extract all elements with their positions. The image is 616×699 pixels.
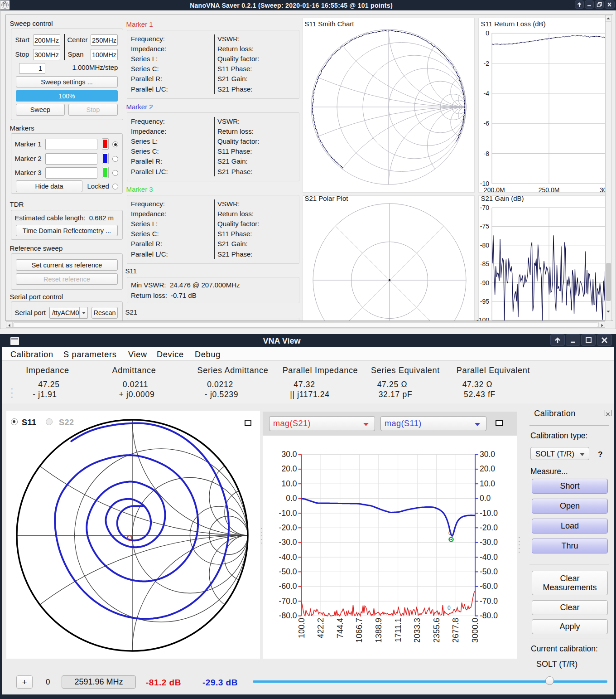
svg-text:-70.0: -70.0 bbox=[279, 597, 297, 606]
svg-text:0.0: 0.0 bbox=[286, 494, 297, 503]
svg-text:20.0: 20.0 bbox=[281, 464, 297, 473]
svg-text:1388.9: 1388.9 bbox=[374, 618, 383, 643]
svg-text:-4: -4 bbox=[484, 90, 490, 97]
svg-text:-6: -6 bbox=[484, 120, 490, 127]
svg-text:100.0: 100.0 bbox=[297, 618, 306, 638]
svg-text:-50.0: -50.0 bbox=[480, 567, 498, 576]
svg-text:-30.0: -30.0 bbox=[279, 538, 297, 547]
svg-text:10.0: 10.0 bbox=[480, 479, 495, 488]
svg-text:10.0: 10.0 bbox=[281, 479, 297, 488]
svg-text:-8: -8 bbox=[484, 150, 490, 157]
svg-text:-80.0: -80.0 bbox=[279, 611, 297, 620]
svg-text:-100: -100 bbox=[476, 316, 489, 321]
svg-text:-2: -2 bbox=[484, 60, 490, 67]
svg-text:1066.7: 1066.7 bbox=[355, 618, 364, 643]
svg-text:-95: -95 bbox=[480, 298, 489, 305]
svg-text:-60.0: -60.0 bbox=[279, 582, 297, 591]
svg-text:1711.1: 1711.1 bbox=[394, 618, 403, 642]
svg-text:-30.0: -30.0 bbox=[480, 538, 498, 547]
svg-text:-20.0: -20.0 bbox=[279, 523, 297, 532]
svg-text:-70: -70 bbox=[480, 204, 489, 211]
svg-text:422.2: 422.2 bbox=[316, 618, 325, 638]
svg-text:3000.0: 3000.0 bbox=[471, 618, 480, 643]
svg-text:-80.0: -80.0 bbox=[480, 611, 498, 620]
svg-text:2677.8: 2677.8 bbox=[451, 618, 460, 643]
svg-text:0: 0 bbox=[448, 530, 452, 536]
svg-text:-20.0: -20.0 bbox=[480, 523, 498, 532]
svg-text:-70.0: -70.0 bbox=[480, 597, 498, 606]
svg-text:-85: -85 bbox=[480, 260, 489, 267]
svg-text:-10.0: -10.0 bbox=[279, 509, 297, 518]
svg-text:30.0: 30.0 bbox=[480, 450, 495, 459]
svg-text:-90: -90 bbox=[480, 279, 489, 286]
svg-text:-60.0: -60.0 bbox=[480, 582, 498, 591]
svg-text:0: 0 bbox=[448, 605, 451, 611]
svg-text:0: 0 bbox=[486, 29, 489, 37]
svg-text:2355.6: 2355.6 bbox=[432, 618, 441, 643]
svg-text:0.0: 0.0 bbox=[480, 494, 491, 503]
svg-text:30.0: 30.0 bbox=[281, 450, 297, 459]
svg-text:200.0M: 200.0M bbox=[484, 186, 505, 194]
svg-text:-40.0: -40.0 bbox=[480, 553, 498, 562]
svg-text:2033.3: 2033.3 bbox=[413, 618, 422, 643]
svg-text:-40.0: -40.0 bbox=[279, 553, 297, 562]
svg-text:-80: -80 bbox=[480, 242, 489, 249]
svg-text:744.4: 744.4 bbox=[336, 618, 345, 638]
svg-text:-10.0: -10.0 bbox=[480, 509, 498, 518]
svg-text:20.0: 20.0 bbox=[480, 464, 495, 473]
svg-text:-50.0: -50.0 bbox=[279, 567, 297, 576]
svg-text:-75: -75 bbox=[480, 223, 489, 230]
svg-text:250.0M: 250.0M bbox=[539, 186, 560, 194]
